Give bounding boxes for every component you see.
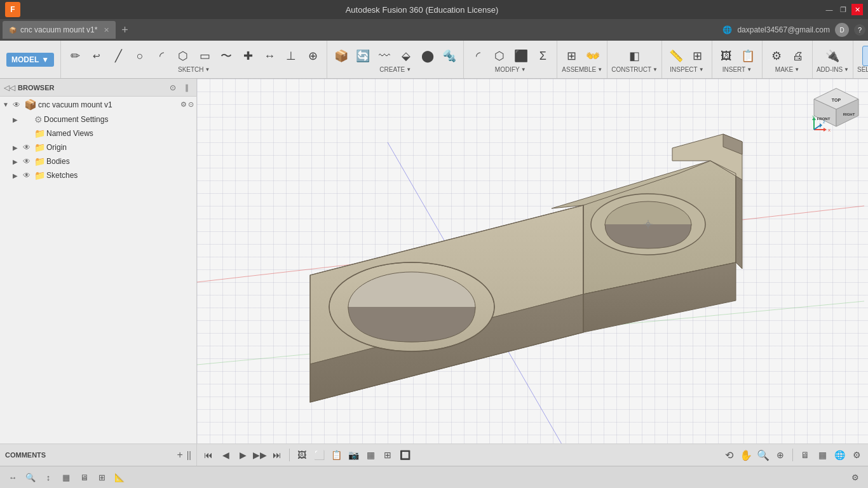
grid-view-button[interactable]: ▦	[815, 447, 830, 463]
play-back-button[interactable]: ◀	[218, 447, 233, 463]
addins-label[interactable]: ADD-INS ▼	[817, 66, 849, 73]
sketch-dim-icon[interactable]: ↔	[259, 46, 280, 66]
document-tab[interactable]: 📦 cnc vacuum mount v1* ✕	[3, 21, 116, 39]
assemble-joint-icon[interactable]: 👐	[583, 46, 603, 66]
viewport[interactable]: TOP FRONT RIGHT X Y Z	[197, 79, 868, 466]
sketch-label[interactable]: SKETCH ▼	[178, 66, 210, 73]
view-display-button[interactable]: 📋	[329, 447, 344, 463]
sketch-circle-icon[interactable]: ○	[130, 46, 150, 66]
inspect-section-icon[interactable]: ⊞	[688, 46, 708, 66]
assemble-new-icon[interactable]: ⊞	[561, 46, 581, 66]
modify-label[interactable]: MODIFY ▼	[495, 66, 526, 73]
make-3dprint-icon[interactable]: ⚙	[766, 46, 787, 66]
sketch-point-icon[interactable]: ✚	[238, 46, 258, 66]
named-views-item[interactable]: ▶ 👁 📁 Named Views	[0, 126, 196, 140]
origin-expand-arrow[interactable]: ▶	[13, 144, 22, 151]
browser-options-button[interactable]: ⊙	[167, 82, 179, 93]
status-orbit-button[interactable]: ↔	[5, 470, 20, 485]
root-settings-icon[interactable]: ⚙	[180, 100, 187, 109]
create-loft-icon[interactable]: ⬙	[396, 46, 416, 66]
status-pan-button[interactable]: ↕	[41, 470, 56, 485]
sketches-item[interactable]: ▶ 👁 📁 Sketches	[0, 168, 196, 182]
modify-fillet-icon[interactable]: ◜	[468, 46, 488, 66]
play-forward-button[interactable]: ▶▶	[252, 447, 268, 463]
create-label[interactable]: CREATE ▼	[379, 66, 411, 73]
insert-decal-icon[interactable]: 📋	[738, 46, 758, 66]
construct-label[interactable]: CONSTRUCT ▼	[611, 66, 658, 73]
model-button[interactable]: MODEL ▼	[6, 53, 54, 67]
look-at-button[interactable]: ⊕	[773, 447, 788, 463]
sketch-polygon-icon[interactable]: ⬡	[173, 46, 193, 66]
view-frame-button[interactable]: 🖼	[294, 447, 309, 463]
status-measure-button[interactable]: 📐	[112, 470, 127, 485]
view-solid-button[interactable]: ⬜	[311, 447, 327, 463]
view-detail-button[interactable]: 🔲	[397, 447, 412, 463]
zoom-button[interactable]: 🔍	[756, 447, 771, 463]
play-button[interactable]: ▶	[235, 447, 250, 463]
browser-collapse-button[interactable]: ◁◁	[4, 82, 15, 93]
new-tab-button[interactable]: +	[116, 21, 133, 39]
sketch-line-icon[interactable]: ╱	[108, 46, 128, 66]
select-label[interactable]: SELECT ▼	[857, 66, 868, 73]
insert-canvas-icon[interactable]: 🖼	[716, 46, 736, 66]
view-section-button[interactable]: ⊞	[380, 447, 395, 463]
viewcube[interactable]: TOP FRONT RIGHT X Y Z	[811, 85, 862, 136]
bodies-visibility-eye[interactable]: 👁	[23, 157, 33, 166]
sketch-spline-icon[interactable]: 〜	[216, 46, 236, 66]
browser-root-item[interactable]: ▼ 👁 📦 cnc vacuum mount v1 ⚙ ⊙	[0, 97, 196, 112]
status-display-button[interactable]: 🖥	[76, 470, 92, 485]
inspect-measure-icon[interactable]: 📏	[666, 46, 686, 66]
make-label[interactable]: MAKE ▼	[775, 66, 799, 73]
inspect-label[interactable]: INSPECT ▼	[670, 66, 703, 73]
root-visibility-eye[interactable]: 👁	[13, 100, 23, 109]
root-expand-arrow[interactable]: ▼	[3, 101, 11, 108]
settings-button[interactable]: ⚙	[849, 447, 864, 463]
environment-button[interactable]: 🌐	[832, 447, 847, 463]
restore-button[interactable]: ❐	[837, 4, 849, 15]
orbit-button[interactable]: ⟲	[721, 447, 736, 463]
pan-button[interactable]: ✋	[738, 447, 754, 463]
play-end-button[interactable]: ⏭	[269, 447, 285, 463]
sketch-arc-icon[interactable]: ◜	[151, 46, 172, 66]
create-hole-icon[interactable]: ⬤	[417, 46, 438, 66]
root-more-icon[interactable]: ⊙	[188, 100, 194, 109]
sketch-project-icon[interactable]: ⊕	[302, 46, 323, 66]
modify-chamfer-icon[interactable]: ⬡	[489, 46, 510, 66]
add-comment-button[interactable]: +	[177, 449, 182, 461]
construct-plane-icon[interactable]: ◧	[625, 46, 645, 66]
sketch-rect-icon[interactable]: ▭	[194, 46, 215, 66]
status-section-button[interactable]: ⊞	[94, 470, 109, 485]
make-cnc-icon[interactable]: 🖨	[788, 46, 808, 66]
help-button[interactable]: ?	[854, 24, 865, 36]
create-revolve-icon[interactable]: 🔄	[353, 46, 373, 66]
sketches-visibility-eye[interactable]: 👁	[23, 171, 33, 180]
create-extrude-icon[interactable]: 📦	[331, 46, 351, 66]
display-mode-button[interactable]: 🖥	[797, 447, 813, 463]
sketch-const-icon[interactable]: ⊥	[281, 46, 301, 66]
bodies-expand-arrow[interactable]: ▶	[13, 158, 22, 165]
assemble-label[interactable]: ASSEMBLE ▼	[562, 66, 602, 73]
minimize-button[interactable]: —	[824, 4, 835, 15]
create-sweep-icon[interactable]: 〰	[374, 46, 395, 66]
origin-item[interactable]: ▶ 👁 📁 Origin	[0, 140, 196, 154]
tab-close-button[interactable]: ✕	[104, 26, 109, 34]
select-icon[interactable]: ↖	[862, 46, 868, 66]
view-environment-button[interactable]: 📷	[346, 447, 361, 463]
comments-toggle-button[interactable]: ||	[187, 450, 191, 460]
status-grid-button[interactable]: ▦	[58, 470, 74, 485]
play-beginning-button[interactable]: ⏮	[201, 447, 216, 463]
view-grid-button[interactable]: ▦	[363, 447, 378, 463]
create-thread-icon[interactable]: 🔩	[439, 46, 459, 66]
bodies-item[interactable]: ▶ 👁 📁 Bodies	[0, 154, 196, 168]
close-button[interactable]: ✕	[851, 4, 863, 15]
modify-combine-icon[interactable]: Σ	[532, 46, 553, 66]
browser-pin-button[interactable]: ∥	[181, 82, 193, 93]
sketch-create-icon[interactable]: ✏	[65, 46, 85, 66]
document-settings-item[interactable]: ▶ 👁 ⚙ Document Settings	[0, 112, 196, 126]
modify-shell-icon[interactable]: ⬛	[511, 46, 531, 66]
settings-gear-button[interactable]: ⚙	[848, 470, 863, 485]
addins-icon[interactable]: 🔌	[822, 46, 843, 66]
status-zoom-button[interactable]: 🔍	[23, 470, 38, 485]
insert-label[interactable]: INSERT ▼	[722, 66, 752, 73]
origin-visibility-eye[interactable]: 👁	[23, 143, 33, 152]
